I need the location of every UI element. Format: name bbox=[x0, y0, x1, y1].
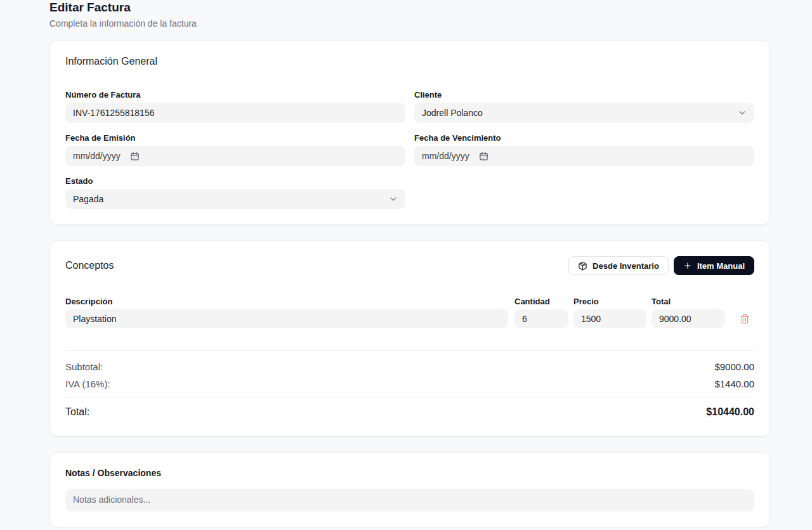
from-inventory-button[interactable]: Desde Inventario bbox=[568, 256, 669, 275]
due-date-field-group: Fecha de Vencimiento mm/dd/yyyy bbox=[414, 133, 754, 166]
subtotal-row: Subtotal: $9000.00 bbox=[65, 358, 754, 375]
due-date-input[interactable]: mm/dd/yyyy bbox=[414, 146, 754, 166]
page-title: Editar Factura bbox=[49, 1, 770, 14]
concepts-title: Conceptos bbox=[65, 260, 114, 271]
invoice-number-input[interactable] bbox=[65, 103, 405, 123]
due-date-value: mm/dd/yyyy bbox=[422, 151, 469, 161]
manual-item-button-label: Item Manual bbox=[697, 261, 745, 271]
general-info-card: Información General Número de Factura Cl… bbox=[49, 40, 770, 225]
calendar-icon[interactable] bbox=[479, 152, 488, 161]
item-quantity-input[interactable] bbox=[514, 309, 568, 328]
from-inventory-button-label: Desde Inventario bbox=[593, 261, 659, 271]
notes-textarea[interactable] bbox=[65, 489, 754, 512]
tax-row: IVA (16%): $1440.00 bbox=[65, 375, 754, 392]
chevron-down-icon bbox=[388, 194, 398, 204]
client-field-group: Cliente Jodrell Polanco bbox=[414, 90, 754, 123]
total-column: Total bbox=[652, 297, 725, 328]
price-column-header: Precio bbox=[573, 297, 646, 306]
general-info-title: Información General bbox=[65, 56, 754, 67]
item-description-input[interactable] bbox=[65, 309, 508, 328]
issue-date-label: Fecha de Emisión bbox=[65, 133, 405, 143]
subtotal-label: Subtotal: bbox=[65, 361, 103, 372]
status-select[interactable]: Pagada bbox=[65, 189, 405, 209]
edit-invoice-page: Editar Factura Completa la información d… bbox=[49, 0, 770, 530]
trash-icon bbox=[740, 314, 750, 324]
page-subtitle: Completa la información de la factura bbox=[49, 18, 770, 29]
concepts-card: Conceptos Desde Inventario Item Manual bbox=[49, 240, 770, 437]
description-column-header: Descripción bbox=[65, 297, 508, 306]
notes-title: Notas / Observaciones bbox=[65, 468, 754, 478]
status-field-group: Estado Pagada bbox=[65, 176, 405, 209]
issue-date-field-group: Fecha de Emisión mm/dd/yyyy bbox=[65, 133, 405, 166]
concept-items: Descripción Cantidad Precio Total bbox=[65, 297, 754, 328]
item-total-input bbox=[652, 309, 725, 328]
issue-date-input[interactable]: mm/dd/yyyy bbox=[65, 146, 405, 166]
invoice-summary: Subtotal: $9000.00 IVA (16%): $1440.00 T… bbox=[65, 350, 754, 421]
chevron-down-icon bbox=[737, 108, 747, 118]
item-price-input[interactable] bbox=[573, 309, 646, 328]
quantity-column: Cantidad bbox=[514, 297, 568, 328]
total-label: Total: bbox=[65, 406, 89, 418]
invoice-number-label: Número de Factura bbox=[65, 90, 405, 100]
client-label: Cliente bbox=[414, 90, 754, 100]
manual-item-button[interactable]: Item Manual bbox=[674, 256, 754, 275]
grid-spacer bbox=[414, 176, 754, 209]
price-column: Precio bbox=[573, 297, 646, 328]
client-select[interactable]: Jodrell Polanco bbox=[414, 103, 754, 123]
tax-value: $1440.00 bbox=[714, 378, 754, 389]
status-selected-value: Pagada bbox=[73, 194, 103, 204]
total-column-header: Total bbox=[652, 297, 725, 306]
delete-item-button[interactable] bbox=[735, 309, 754, 328]
subtotal-value: $9000.00 bbox=[714, 361, 754, 372]
due-date-label: Fecha de Vencimiento bbox=[414, 133, 754, 143]
issue-date-value: mm/dd/yyyy bbox=[73, 151, 121, 161]
general-info-form: Número de Factura Cliente Jodrell Polanc… bbox=[65, 90, 754, 209]
concept-item-row: Descripción Cantidad Precio Total bbox=[65, 297, 754, 328]
invoice-number-field-group: Número de Factura bbox=[65, 90, 405, 123]
plus-icon bbox=[683, 261, 692, 270]
package-icon bbox=[578, 261, 587, 271]
quantity-column-header: Cantidad bbox=[514, 297, 568, 306]
tax-label: IVA (16%): bbox=[65, 378, 110, 389]
client-selected-value: Jodrell Polanco bbox=[422, 108, 483, 118]
description-column: Descripción bbox=[65, 297, 508, 328]
concepts-actions: Desde Inventario Item Manual bbox=[568, 256, 754, 275]
total-value: $10440.00 bbox=[706, 406, 754, 418]
notes-card: Notas / Observaciones bbox=[49, 452, 770, 527]
status-label: Estado bbox=[65, 176, 405, 186]
calendar-icon[interactable] bbox=[130, 152, 140, 161]
total-row: Total: $10440.00 bbox=[65, 398, 754, 421]
concepts-header: Conceptos Desde Inventario Item Manual bbox=[65, 256, 754, 275]
